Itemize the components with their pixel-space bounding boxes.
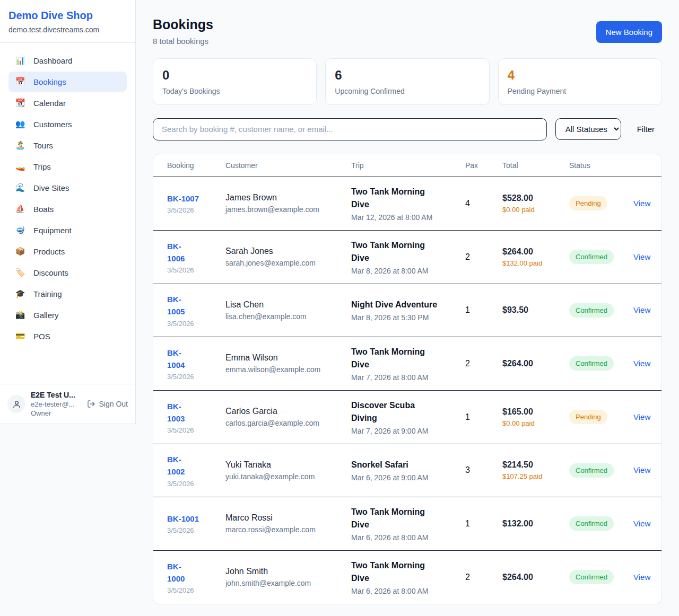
wave-icon: 🌊 (15, 183, 25, 192)
view-link[interactable]: View (633, 412, 650, 421)
pax-count: 3 (465, 465, 470, 474)
booking-date: 3/5/2026 (167, 480, 208, 488)
sign-out-label: Sign Out (99, 400, 128, 408)
customer-name: Lisa Chen (225, 300, 334, 310)
customer-name: Marco Rossi (225, 513, 334, 523)
view-link[interactable]: View (633, 519, 650, 528)
booking-id-link[interactable]: BK-1004 (167, 347, 185, 372)
paid-amount: $0.00 paid (502, 206, 552, 214)
customer-name: Yuki Tanaka (225, 460, 334, 470)
sidebar-header: Demo Dive Shop demo.test.divestreams.com (0, 0, 135, 43)
status-badge: Pending (569, 410, 607, 424)
customer-name: James Brown (225, 193, 334, 203)
view-link[interactable]: View (633, 252, 650, 261)
column-header-total: Total (494, 154, 561, 177)
sidebar-item-calendar[interactable]: 📆 Calendar (8, 93, 127, 113)
trip-datetime: Mar 12, 2026 at 8:00 AM (351, 213, 448, 222)
sidebar-item-products[interactable]: 📦 Products (8, 241, 127, 261)
package-icon: 📦 (15, 247, 25, 256)
customer-email: lisa.chen@example.com (225, 312, 334, 321)
pax-count: 1 (465, 305, 470, 314)
table-header: Booking Customer Trip Pax Total Status (153, 154, 662, 177)
total-amount: $93.50 (502, 305, 552, 315)
search-input[interactable] (153, 118, 547, 140)
customer-email: yuki.tanaka@example.com (225, 472, 334, 481)
sidebar-item-equipment[interactable]: 🤿 Equipment (8, 220, 127, 240)
booking-id-link[interactable]: BK-1006 (167, 240, 185, 265)
booking-id-link[interactable]: BK-1000 (167, 560, 185, 585)
view-link[interactable]: View (633, 359, 650, 368)
user-role: Owner (31, 409, 75, 417)
nav-item-label: Training (33, 289, 62, 298)
sidebar-item-boats[interactable]: ⛵ Boats (8, 199, 127, 219)
view-link[interactable]: View (633, 199, 650, 208)
total-amount: $214.50 (502, 460, 552, 470)
table-row: BK-1001 3/5/2026 Marco Rossi marco.rossi… (153, 497, 662, 550)
sidebar-item-dashboard[interactable]: 📊 Dashboard (8, 50, 127, 71)
pax-count: 4 (465, 199, 470, 208)
people-icon: 👥 (15, 119, 25, 129)
sidebar-item-bookings[interactable]: 📅 Bookings (8, 72, 127, 92)
pax-count: 2 (465, 252, 470, 261)
booking-date: 3/5/2026 (167, 426, 208, 434)
sidebar-item-dive-sites[interactable]: 🌊 Dive Sites (8, 178, 127, 198)
avatar (7, 395, 25, 413)
customer-email: emma.wilson@example.com (225, 365, 334, 374)
sidebar-item-discounts[interactable]: 🏷️ Discounts (8, 262, 127, 283)
booking-id-link[interactable]: BK-1005 (167, 293, 185, 318)
page-title-block: Bookings 8 total bookings (153, 17, 213, 46)
sidebar-item-tours[interactable]: 🏝️ Tours (8, 135, 127, 155)
sailboat-icon: ⛵ (15, 204, 25, 214)
sidebar: Demo Dive Shop demo.test.divestreams.com… (0, 0, 136, 424)
paid-amount: $0.00 paid (502, 419, 552, 427)
trip-datetime: Mar 8, 2026 at 5:30 PM (351, 313, 448, 322)
sidebar-item-customers[interactable]: 👥 Customers (8, 114, 127, 134)
customer-email: sarah.jones@example.com (225, 259, 334, 267)
sign-out-button[interactable]: Sign Out (87, 400, 128, 408)
sidebar-item-gallery[interactable]: 📸 Gallery (8, 305, 127, 325)
nav-item-label: Products (33, 247, 65, 256)
view-link[interactable]: View (633, 573, 650, 582)
nav-item-label: Customers (33, 120, 72, 129)
page-title: Bookings (153, 17, 213, 32)
tear-off-calendar-icon: 📆 (15, 98, 25, 108)
nav-item-label: Discounts (33, 268, 68, 277)
stat-value: 0 (162, 68, 307, 83)
bookings-table: Booking Customer Trip Pax Total Status B… (153, 154, 662, 604)
total-amount: $132.00 (502, 519, 552, 529)
column-header-trip: Trip (343, 154, 457, 177)
nav-item-label: Gallery (33, 311, 59, 320)
column-header-status: Status (561, 154, 625, 177)
status-filter-select[interactable]: All Statuses (555, 118, 621, 140)
booking-id-link[interactable]: BK-1002 (167, 453, 185, 478)
sidebar-item-pos[interactable]: 💳 POS (8, 326, 127, 346)
nav-item-label: Bookings (33, 77, 66, 86)
view-link[interactable]: View (633, 465, 650, 474)
trip-datetime: Mar 8, 2026 at 8:00 AM (351, 267, 448, 275)
table-row: BK-1003 3/5/2026 Carlos Garcia carlos.ga… (153, 390, 662, 444)
stat-label: Pending Payment (508, 87, 652, 95)
trip-name: Two Tank Morning Dive (351, 506, 438, 531)
status-badge: Confirmed (569, 303, 614, 318)
user-info: E2E Test U... e2e-tester@... Owner (31, 391, 75, 417)
pax-count: 1 (465, 519, 470, 528)
sidebar-item-training[interactable]: 🎓 Training (8, 284, 127, 304)
booking-id-link[interactable]: BK-1007 (167, 192, 199, 205)
view-link[interactable]: View (633, 305, 650, 314)
page-subtitle: 8 total bookings (153, 37, 213, 46)
total-amount: $165.00 (502, 407, 552, 417)
booking-id-link[interactable]: BK-1003 (167, 400, 185, 425)
stat-card: 4 Pending Payment (498, 58, 662, 105)
trip-datetime: Mar 7, 2026 at 8:00 AM (351, 373, 448, 382)
trip-datetime: Mar 6, 2026 at 9:00 AM (351, 473, 448, 482)
camera-icon: 📸 (15, 310, 25, 320)
sidebar-item-trips[interactable]: 🚤 Trips (8, 156, 127, 177)
filter-button[interactable]: Filter (630, 125, 662, 134)
booking-id-link[interactable]: BK-1001 (167, 513, 199, 525)
new-booking-button[interactable]: New Booking (596, 21, 662, 43)
total-amount: $264.00 (502, 359, 552, 368)
stat-label: Upcoming Confirmed (335, 87, 480, 95)
table-row: BK-1007 3/5/2026 James Brown james.brown… (153, 177, 662, 230)
total-amount: $264.00 (502, 247, 552, 257)
trip-name: Night Dive Adventure (351, 298, 437, 311)
